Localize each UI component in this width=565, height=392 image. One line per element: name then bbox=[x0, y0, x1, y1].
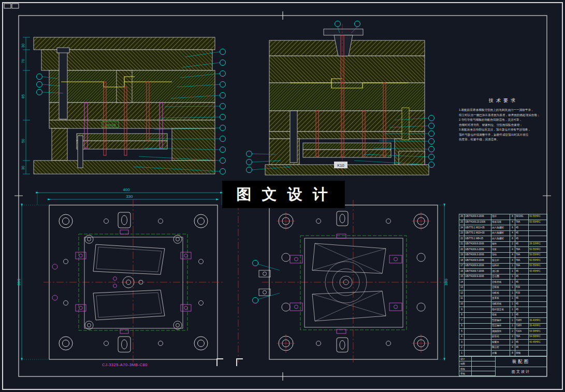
bom-cell-name: 内六角螺钉 bbox=[491, 225, 510, 231]
bom-cell-no: 3 bbox=[459, 340, 465, 345]
bom-cell-no: 5 bbox=[459, 329, 465, 335]
bom-cell-code bbox=[465, 307, 491, 313]
bom-cell-qty: 2 bbox=[510, 334, 515, 340]
title-block-blank bbox=[472, 367, 496, 371]
section-view-right: K10 bbox=[247, 21, 434, 177]
dim-380-left-label: 380 bbox=[17, 279, 21, 286]
part-number-label: CJ-3325-A70-3MB-C80 bbox=[102, 362, 148, 367]
bom-cell-name: 侧抽滑块 bbox=[491, 329, 510, 335]
k10-label: K10 bbox=[337, 163, 344, 168]
bom-cell-qty: 2 bbox=[510, 241, 515, 247]
bom-cell-name: 推板 bbox=[491, 312, 510, 318]
bom-cell-name: 浇口套 bbox=[491, 269, 510, 274]
bom-cell-note bbox=[529, 225, 547, 231]
bom-cell-code bbox=[465, 312, 491, 318]
bom-row: 5侧抽滑块2T10A54-58HRC bbox=[459, 329, 547, 335]
bom-cell-qty: 8 bbox=[510, 236, 515, 242]
bom-cell-qty: 1 bbox=[510, 301, 515, 307]
title-block-name-area: 装配图 图文设计 bbox=[496, 357, 546, 376]
bom-cell-mat: 718H bbox=[515, 318, 529, 324]
bom-cell-name: 支承板 bbox=[491, 296, 510, 301]
bom-cell-no: 8 bbox=[459, 312, 465, 318]
bom-cell-mat: P20 bbox=[515, 291, 529, 296]
bom-cell-code: GB/T4169.4-2006 bbox=[465, 214, 491, 220]
insert-tag-label: 100GB bbox=[105, 123, 116, 127]
bom-cell-code bbox=[465, 340, 491, 345]
plan-view-right: 380 bbox=[253, 200, 449, 365]
guide-bushings bbox=[59, 214, 208, 350]
tech-requirements: 技术要求 1.装配前应将各模板分型面上的毛刺及油污一一清除干净， 组立时以另一侧… bbox=[459, 97, 548, 142]
bom-row: 6型芯镶件1718H36-40HRC bbox=[459, 323, 547, 329]
tech-requirements-line: 1.装配前应将各模板分型面上的毛刺及油污一一清除干净， bbox=[459, 108, 548, 113]
bom-cell-name: 推杆 bbox=[491, 214, 510, 220]
bom-cell-code: GB/T4169.5-2006 bbox=[465, 258, 491, 264]
bom-cell-qty: 1 bbox=[510, 307, 515, 313]
bom-cell-mat: 45 bbox=[515, 296, 529, 301]
bom-cell-name: 导套 bbox=[491, 247, 510, 253]
bom-row: 11支承板145 bbox=[459, 296, 547, 301]
bom-cell-qty: 1 bbox=[510, 312, 515, 318]
title-block-label: 校核 bbox=[459, 367, 472, 371]
bom-row: 12动模板1P20 bbox=[459, 291, 547, 296]
bom-cell-qty: 1 bbox=[510, 318, 515, 324]
bom-cell-note: 40-45HRC bbox=[529, 340, 547, 345]
center-slots bbox=[337, 211, 348, 352]
bom-cell-mat: 45 bbox=[515, 340, 529, 345]
bom-row: 8推板145 bbox=[459, 312, 547, 318]
bom-cell-name: 斜导柱 bbox=[491, 334, 510, 340]
dim-lines bbox=[22, 191, 222, 359]
centerlines bbox=[262, 200, 446, 365]
tech-requirements-title: 技术要求 bbox=[459, 97, 548, 104]
section-mark-symbols bbox=[217, 359, 243, 366]
locating-ring bbox=[324, 29, 363, 35]
bom-cell-code bbox=[465, 285, 491, 291]
bom-cell-code bbox=[465, 345, 491, 351]
bom-cell-qty: 1 bbox=[510, 323, 515, 329]
bom-cell-note: 36-40HRC bbox=[529, 323, 547, 329]
clamp-details bbox=[290, 234, 402, 333]
dimension-chain bbox=[23, 37, 30, 174]
tech-requirements-line: 顶杆与复位杆须调整平齐，如塑件成型顶出时其不得拉 bbox=[459, 133, 548, 138]
bom-row: 10动模座板145 bbox=[459, 301, 547, 307]
bom-cell-name: 推杆固定板 bbox=[491, 307, 510, 313]
bom-cell-qty: 2 bbox=[510, 340, 515, 345]
bom-row: 3楔紧块24540-45HRC bbox=[459, 340, 547, 345]
bom-cell-qty: 4 bbox=[510, 258, 515, 264]
bom-row: 25GB/T4169.23-2006推板导套4T8A50-55HRC bbox=[459, 220, 547, 225]
bom-cell-no: 1 bbox=[459, 351, 465, 356]
bom-cell-note: 50-55HRC bbox=[529, 220, 547, 225]
bom-row: 17GB/T4169.6-2006拉料杆1T8A50-55HRC bbox=[459, 263, 547, 269]
bom-cell-mat: T8A bbox=[515, 247, 529, 253]
bom-cell-qty: 8 bbox=[510, 214, 515, 220]
bom-cell-no: 25 bbox=[459, 220, 465, 225]
core-block-outline bbox=[305, 238, 403, 327]
bom-cell-qty: 1 bbox=[510, 280, 515, 285]
mold-plates bbox=[265, 29, 429, 175]
bom-cell-no: 15 bbox=[459, 274, 465, 280]
bom-cell-note: 40-45HRC bbox=[529, 269, 547, 274]
bom-cell-qty: 1 bbox=[510, 274, 515, 280]
plan-view-left: 400 330 380 CJ-3325-A70-3MB-C80 bbox=[17, 187, 224, 367]
title-block-signature-grid: 设计 制图 校核 审核 bbox=[459, 357, 496, 376]
bom-row: 18GB/T4169.5-2006复位杆4T8A50-55HRC bbox=[459, 258, 547, 264]
bom-cell-code: GB/T70.1 M8×25 bbox=[465, 236, 491, 242]
bom-cell-name: 定位圈 bbox=[491, 274, 510, 280]
title-block-blank bbox=[472, 357, 496, 361]
bom-cell-note: 36-40HRC bbox=[529, 318, 547, 324]
bom-row: 13定模板1P20 bbox=[459, 285, 547, 291]
bom-cell-mat: 45 bbox=[515, 301, 529, 307]
bom-cell-no: 13 bbox=[459, 285, 465, 291]
dimension-labels: 30 70 85 50 30 bbox=[21, 43, 25, 170]
bom-cell-name: 动模板 bbox=[491, 291, 510, 296]
title-block-label: 设计 bbox=[459, 357, 472, 361]
bom-cell-note bbox=[529, 236, 547, 242]
bom-row: 4斜导柱2T8A54-58HRC bbox=[459, 334, 547, 340]
bom-cell-qty: 1 bbox=[510, 285, 515, 291]
bom-cell-no: 26 bbox=[459, 214, 465, 220]
bom-cell-name: 导柱 bbox=[491, 252, 510, 258]
bom-cell-mat: P20 bbox=[515, 285, 529, 291]
bom-cell-note: 50-55HRC bbox=[529, 263, 547, 269]
bom-cell-mat: 45 bbox=[515, 345, 529, 351]
bom-cell-mat: 45 bbox=[515, 230, 529, 236]
bom-cell-code: GB/T4169.9-2006 bbox=[465, 274, 491, 280]
